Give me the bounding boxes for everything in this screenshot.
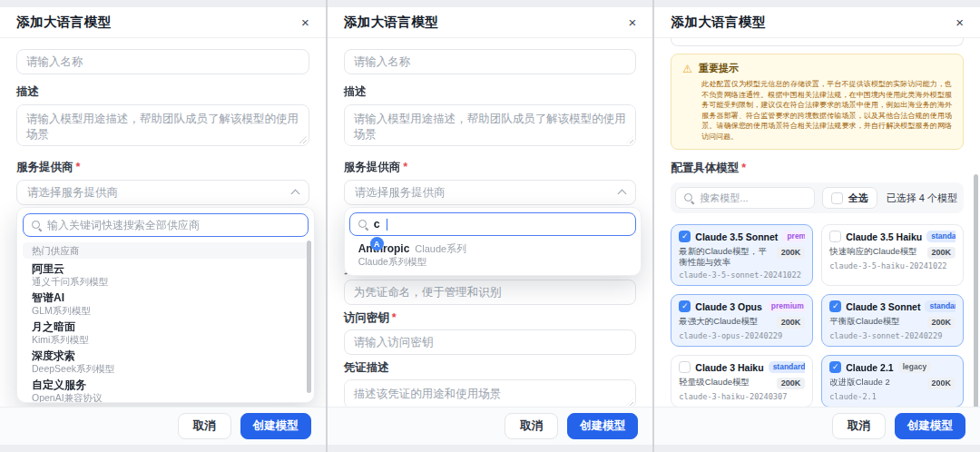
provider-select[interactable]: 请选择服务提供商 xyxy=(16,180,309,205)
tier-badge: premium xyxy=(782,231,805,242)
configure-models-label: 配置具体模型* xyxy=(671,162,964,175)
checkbox-checked-icon[interactable]: ✓ xyxy=(829,361,841,373)
panel-step-provider-search: 添加大语言模型 × 描述 服务提供商* 请选择服务提供商 xyxy=(328,0,653,452)
modal-body: ⚠ 重要提示 此处配置仅为模型元信息的存储设置，平台不提供该模型的实际访问能力，… xyxy=(654,38,980,407)
checkbox-checked-icon[interactable]: ✓ xyxy=(679,300,691,312)
search-icon xyxy=(31,220,42,231)
modal-title: 添加大语言模型 xyxy=(344,14,438,31)
chevron-up-icon xyxy=(618,190,627,199)
model-card-claude-3-5-sonnet[interactable]: ✓ Claude 3.5 Sonnet premium 最新的Claude模型，… xyxy=(671,224,813,286)
checkbox-checked-icon[interactable]: ✓ xyxy=(679,231,691,242)
provider-option-moonshot[interactable]: 月之暗面 Kimi系列模型 xyxy=(23,319,309,348)
model-card-claude-2-1[interactable]: ✓ Claude 2.1 legacy 改进版Claude 2 200K cla… xyxy=(821,355,964,407)
create-model-button[interactable]: 创建模型 xyxy=(567,413,638,439)
checkbox-unchecked-icon[interactable] xyxy=(679,361,691,373)
provider-option-custom[interactable]: 自定义服务 OpenAI兼容协议 xyxy=(23,377,309,403)
select-all-button[interactable]: 全选 xyxy=(822,187,877,209)
access-key-input[interactable] xyxy=(344,329,637,355)
credential-desc-textarea[interactable] xyxy=(344,379,637,407)
checkbox-unchecked-icon[interactable] xyxy=(829,231,841,242)
context-size-chip: 200K xyxy=(777,378,806,389)
panel-step-provider-list: 添加大语言模型 × 描述 服务提供商* 请选择服务提供商 xyxy=(0,0,326,452)
text-cursor-icon xyxy=(387,219,388,231)
provider-label: 服务提供商* xyxy=(16,161,309,174)
modal-scrollbar[interactable] xyxy=(974,174,978,407)
dropdown-scrollbar[interactable] xyxy=(307,241,311,393)
checkbox-checked-icon[interactable]: ✓ xyxy=(829,300,841,312)
create-model-button[interactable]: 创建模型 xyxy=(240,413,311,439)
model-name-input[interactable] xyxy=(344,49,637,74)
model-card-claude-3-sonnet[interactable]: ✓ Claude 3 Sonnet standard 平衡版Claude模型 2… xyxy=(821,294,964,347)
provider-search-input[interactable]: 输入关键词快速搜索全部供应商 xyxy=(23,213,309,237)
search-typed-value: c xyxy=(374,218,380,231)
tier-badge: premium xyxy=(767,300,805,312)
close-icon[interactable]: × xyxy=(956,15,964,29)
provider-select-placeholder: 请选择服务提供商 xyxy=(355,185,446,201)
model-card-claude-3-haiku[interactable]: Claude 3 Haiku standard 轻量级Claude模型 200K… xyxy=(671,355,813,407)
modal-title: 添加大语言模型 xyxy=(16,14,111,31)
tier-badge: standard xyxy=(926,231,956,242)
context-size-chip: 200K xyxy=(777,317,806,329)
context-size-chip: 200K xyxy=(927,378,956,389)
tier-badge: standard xyxy=(769,361,806,373)
search-icon xyxy=(683,192,694,203)
modal-footer: 取消 创建模型 xyxy=(0,407,326,445)
model-id: claude-3-5-haiku-20241022 xyxy=(829,261,956,270)
warning-icon: ⚠ xyxy=(682,64,692,74)
cancel-button[interactable]: 取消 xyxy=(505,413,558,439)
close-icon[interactable]: × xyxy=(301,15,309,29)
provider-label: 服务提供商* xyxy=(344,161,637,174)
provider-search-input[interactable]: c xyxy=(349,212,637,236)
model-toolbar: 搜索模型... 全选 已选择 4 个模型 xyxy=(671,182,964,213)
modal-header: 添加大语言模型 × xyxy=(654,7,980,38)
model-id: claude-3-sonnet-20240229 xyxy=(829,331,956,340)
provider-option-anthropic[interactable]: AnthropicClaude系列 Claude系列模型 xyxy=(349,236,637,270)
provider-option-deepseek[interactable]: 深度求索 DeepSeek系列模型 xyxy=(23,348,309,377)
cancel-button[interactable]: 取消 xyxy=(832,413,886,439)
selected-count: 已选择 4 个模型 xyxy=(887,192,957,205)
cancel-button[interactable]: 取消 xyxy=(178,413,231,439)
scrolled-field-bottom xyxy=(671,38,964,46)
provider-select[interactable]: 请选择服务提供商 xyxy=(344,180,637,205)
required-asterisk: * xyxy=(741,162,746,174)
chevron-up-icon xyxy=(290,190,299,199)
model-name-input[interactable] xyxy=(16,49,309,74)
search-icon xyxy=(358,219,368,230)
credential-name-input[interactable] xyxy=(344,280,637,305)
provider-select-placeholder: 请选择服务提供商 xyxy=(27,185,118,201)
modal-body: 描述 服务提供商* 请选择服务提供商 输入关键词快速搜索全部供应商 xyxy=(0,38,326,407)
model-id: claude-3-5-sonnet-20241022 xyxy=(679,270,805,280)
provider-series-tag: Claude系列 xyxy=(415,243,466,254)
model-search-input[interactable]: 搜索模型... xyxy=(675,187,814,209)
model-card-claude-3-5-haiku[interactable]: Claude 3.5 Haiku standard 快速响应的Claude模型 … xyxy=(821,224,964,286)
warning-body: 此处配置仅为模型元信息的存储设置，平台不提供该模型的实际访问能力，也不负责网络连… xyxy=(701,79,952,142)
context-size-chip: 200K xyxy=(927,317,956,329)
add-llm-modal: 添加大语言模型 × ⚠ 重要提示 此处配置仅为模型元信息的存储设置，平台不提供该… xyxy=(654,7,980,445)
modal-title: 添加大语言模型 xyxy=(671,14,765,31)
model-search-placeholder: 搜索模型... xyxy=(700,192,748,205)
checkbox-unchecked-icon[interactable] xyxy=(831,192,843,204)
model-card-claude-3-opus[interactable]: ✓ Claude 3 Opus premium 最强大的Claude模型 200… xyxy=(671,294,813,347)
model-id: claude-3-opus-20240229 xyxy=(679,331,805,340)
description-label: 描述 xyxy=(344,85,637,99)
description-textarea[interactable] xyxy=(344,104,637,146)
description-textarea[interactable] xyxy=(16,104,309,146)
model-id: claude-3-haiku-20240307 xyxy=(679,392,805,401)
modal-body: 描述 服务提供商* 请选择服务提供商 凭证名称 xyxy=(328,38,653,407)
provider-option-zhipu[interactable]: 智谱AI GLM系列模型 xyxy=(23,290,309,319)
provider-search-placeholder: 输入关键词快速搜索全部供应商 xyxy=(47,218,200,233)
warning-title: 重要提示 xyxy=(699,62,739,75)
close-icon[interactable]: × xyxy=(629,15,637,29)
provider-group-header: 热门供应商 xyxy=(23,242,309,259)
create-model-button[interactable]: 创建模型 xyxy=(895,413,965,439)
context-size-chip: 200K xyxy=(777,247,806,259)
required-asterisk: * xyxy=(76,161,81,173)
required-asterisk: * xyxy=(392,311,397,324)
panel-step-model-config: 添加大语言模型 × ⚠ 重要提示 此处配置仅为模型元信息的存储设置，平台不提供该… xyxy=(654,0,980,452)
modal-header: 添加大语言模型 × xyxy=(0,7,326,38)
modal-footer: 取消 创建模型 xyxy=(328,407,653,445)
provider-option-aliyun[interactable]: 阿里云 通义千问系列模型 xyxy=(23,260,309,290)
add-llm-modal: 添加大语言模型 × 描述 服务提供商* 请选择服务提供商 xyxy=(328,7,653,445)
tier-badge: standard xyxy=(925,300,956,312)
context-size-chip: 200K xyxy=(927,247,956,259)
